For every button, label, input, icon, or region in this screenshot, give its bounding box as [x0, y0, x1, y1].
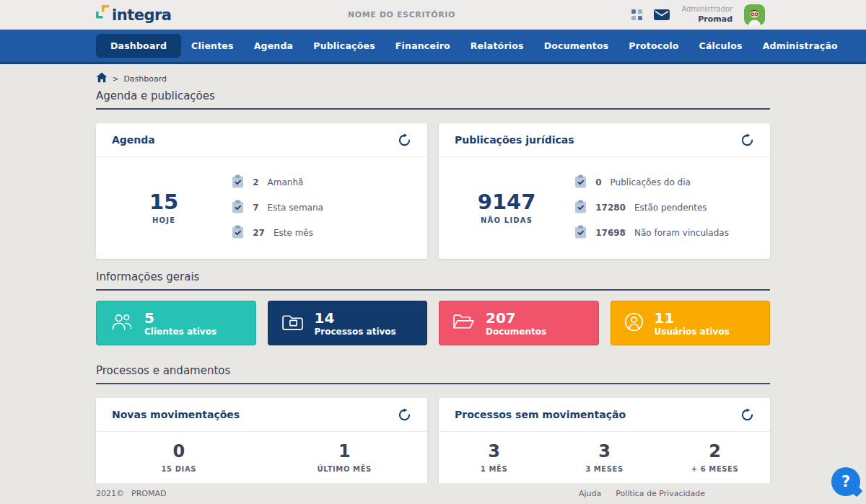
section-title-informacoes-gerais: Informações gerais: [96, 270, 770, 291]
agenda-main-value: 15: [96, 191, 232, 214]
item-label: Estão pendentes: [634, 203, 707, 213]
clipboard-check-icon: [574, 200, 587, 216]
nav-item-dashboard[interactable]: Dashboard: [96, 34, 181, 58]
processes-folder-icon: [281, 313, 304, 334]
agenda-main-label: HOJE: [96, 216, 232, 224]
clients-icon: [110, 312, 134, 334]
help-button[interactable]: ?: [831, 467, 860, 496]
list-item[interactable]: 17280 Estão pendentes: [574, 200, 763, 216]
user-area: Administrador Promad: [631, 4, 765, 25]
home-icon[interactable]: [96, 72, 108, 85]
nav-item-calculos[interactable]: Cálculos: [689, 34, 753, 58]
footer-link-privacidade[interactable]: Política de Privacidade: [616, 489, 705, 498]
item-label: Esta semana: [268, 203, 323, 213]
stat-column-label: 3 MESES: [549, 465, 660, 473]
item-count: 17280: [595, 203, 626, 213]
publicacoes-card: Publicações jurídicas 9147 NÃO LIDAS: [439, 123, 770, 259]
stat-value: 14: [315, 310, 396, 327]
stat-card-documentos[interactable]: 207 Documentos: [439, 301, 599, 345]
clipboard-check-icon: [574, 174, 587, 190]
item-label: Amanhã: [268, 177, 304, 187]
user-name: Promad: [681, 14, 732, 25]
nav-item-documentos[interactable]: Documentos: [534, 34, 619, 58]
stat-column-value: 3: [549, 441, 660, 461]
top-header: integra NOME DO ESCRITÓRIO Administrador…: [0, 0, 866, 30]
list-item[interactable]: 17698 Não foram vinculadas: [574, 225, 763, 241]
list-item[interactable]: 7 Esta semana: [232, 200, 420, 216]
breadcrumb-separator: >: [113, 75, 118, 83]
agenda-card-title: Agenda: [112, 134, 155, 146]
agenda-main-stat: 15 HOJE: [96, 191, 232, 224]
footer-link-ajuda[interactable]: Ajuda: [579, 489, 601, 498]
processos-sem-movimentacao-title: Processos sem movimentação: [455, 409, 626, 420]
stat-column: 1 ÚLTIMO MÊS: [262, 441, 428, 473]
agenda-card: Agenda 15 HOJE 2 Amanhã: [96, 123, 427, 259]
stat-column: 0 15 DIAS: [96, 441, 262, 473]
stat-column: 2 + 6 MESES: [660, 441, 770, 473]
integra-logo-mark-icon: [96, 5, 110, 25]
stat-column-value: 0: [96, 441, 262, 461]
general-stats-row: 5 Clientes ativos 14 Processos ativos: [96, 301, 770, 345]
clipboard-check-icon: [232, 174, 244, 190]
stat-value: 5: [144, 310, 216, 327]
stat-label: Documentos: [486, 327, 546, 337]
nav-item-publicacoes[interactable]: Publicações: [303, 34, 385, 58]
agenda-publicacoes-row: Agenda 15 HOJE 2 Amanhã: [96, 123, 770, 259]
stat-column: 3 3 MESES: [549, 441, 660, 473]
nav-item-administracao[interactable]: Administração: [753, 34, 848, 58]
refresh-icon[interactable]: [398, 133, 411, 147]
nav-item-financeiro[interactable]: Financeiro: [385, 34, 460, 58]
item-count: 17698: [595, 228, 626, 238]
list-item[interactable]: 0 Publicações do dia: [574, 174, 763, 190]
list-item[interactable]: 27 Este mês: [232, 225, 420, 241]
item-label: Este mês: [274, 228, 313, 238]
refresh-icon[interactable]: [740, 133, 754, 147]
publicacoes-main-stat: 9147 NÃO LIDAS: [439, 191, 574, 224]
stat-label: Clientes ativos: [144, 327, 216, 337]
clipboard-check-icon: [574, 225, 587, 241]
stat-column-value: 2: [660, 441, 770, 461]
publicacoes-card-title: Publicações jurídicas: [455, 134, 574, 146]
user-info[interactable]: Administrador Promad: [681, 5, 732, 24]
main-content: > Dashboard Agenda e publicações Agenda …: [0, 72, 866, 504]
item-count: 0: [595, 177, 601, 187]
stat-label: Usuários ativos: [655, 327, 730, 337]
stat-column-value: 3: [439, 441, 549, 461]
breadcrumb-current[interactable]: Dashboard: [123, 74, 167, 84]
footer-copyright: 2021©: [96, 489, 124, 498]
documents-icon: [452, 313, 475, 334]
integra-logo[interactable]: integra: [96, 5, 172, 25]
clipboard-check-icon: [232, 225, 244, 241]
publicacoes-main-value: 9147: [439, 191, 574, 214]
item-count: 2: [253, 177, 258, 187]
stat-value: 207: [486, 310, 546, 327]
refresh-icon[interactable]: [740, 408, 754, 422]
main-nav: Dashboard Clientes Agenda Publicações Fi…: [0, 30, 866, 64]
section-title-agenda-publicacoes: Agenda e publicações: [96, 89, 770, 110]
stat-column-label: ÚLTIMO MÊS: [262, 465, 428, 473]
clipboard-check-icon: [232, 200, 244, 216]
list-item[interactable]: 2 Amanhã: [232, 174, 420, 190]
nav-item-agenda[interactable]: Agenda: [244, 34, 304, 58]
nav-item-clientes[interactable]: Clientes: [181, 34, 244, 58]
refresh-icon[interactable]: [398, 408, 411, 422]
active-user-icon: [624, 312, 644, 335]
novas-movimentacoes-title: Novas movimentações: [112, 409, 240, 420]
stat-column-label: + 6 MESES: [660, 465, 770, 473]
item-label: Não foram vinculadas: [634, 228, 729, 238]
nav-item-protocolo[interactable]: Protocolo: [618, 34, 688, 58]
stat-column-label: 1 MÊS: [439, 465, 549, 473]
mail-icon[interactable]: [654, 9, 670, 20]
item-count: 7: [253, 203, 258, 213]
apps-grid-icon[interactable]: [631, 9, 642, 20]
nav-item-relatorios[interactable]: Relatórios: [460, 34, 534, 58]
section-title-processos-andamentos: Processos e andamentos: [96, 364, 770, 384]
stat-column: 3 1 MÊS: [439, 441, 549, 473]
stat-card-usuarios-ativos[interactable]: 11 Usuários ativos: [611, 301, 771, 345]
stat-value: 11: [655, 310, 730, 327]
stat-card-processos-ativos[interactable]: 14 Processos ativos: [268, 301, 428, 345]
stat-card-clientes-ativos[interactable]: 5 Clientes ativos: [96, 301, 256, 345]
user-role: Administrador: [681, 5, 732, 14]
logo-text: integra: [112, 8, 172, 23]
avatar[interactable]: [744, 4, 765, 25]
